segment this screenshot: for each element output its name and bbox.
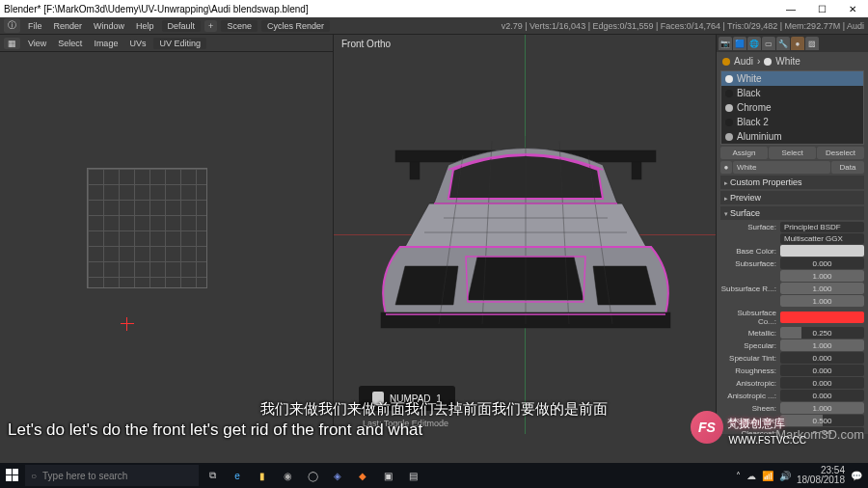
svg-line-8 xyxy=(482,141,492,324)
tray-volume-icon[interactable]: 🔊 xyxy=(779,471,791,481)
start-button[interactable] xyxy=(2,465,23,486)
material-slot[interactable]: Black xyxy=(721,86,863,100)
menu-render[interactable]: Render xyxy=(50,20,87,32)
taskbar-clock[interactable]: 23:54 18/08/2018 xyxy=(797,466,845,485)
taskbar-app-other1[interactable]: ▣ xyxy=(376,465,399,486)
color-swatch[interactable] xyxy=(780,312,864,323)
value-slider[interactable]: 0.000 xyxy=(780,365,864,376)
property-label: Roughness: xyxy=(720,366,778,375)
value-slider[interactable]: 1.000 xyxy=(780,402,864,414)
svg-rect-12 xyxy=(6,469,12,474)
taskbar-app-chrome[interactable]: ◯ xyxy=(301,465,324,486)
taskbar-app-explorer[interactable]: ▮ xyxy=(251,465,274,486)
material-list[interactable]: WhiteBlackChromeBlack 2Aluminium xyxy=(720,70,864,145)
tab-texture[interactable]: ▨ xyxy=(805,37,819,50)
taskbar-app-discord[interactable]: ◈ xyxy=(326,465,349,486)
material-slot[interactable]: Aluminium xyxy=(721,129,863,144)
fs-logo: FS xyxy=(691,411,723,444)
material-browse-icon[interactable]: ● xyxy=(720,161,732,174)
value-slider[interactable]: 1.000 xyxy=(780,339,864,351)
menu-window[interactable]: Window xyxy=(90,20,128,32)
uv-mode[interactable]: UV Editing xyxy=(153,38,206,49)
material-name-field[interactable]: White xyxy=(733,161,830,174)
3d-viewport[interactable]: Front Ortho xyxy=(334,35,716,434)
tray-network-icon[interactable]: 📶 xyxy=(762,471,773,481)
tab-material[interactable]: ● xyxy=(791,37,804,50)
taskbar-app-steam[interactable]: ◉ xyxy=(276,465,299,486)
property-row: Base Color: xyxy=(720,245,864,257)
layout-dropdown[interactable]: Default xyxy=(162,20,202,32)
tray-cloud-icon[interactable]: ☁ xyxy=(746,471,756,481)
value-slider[interactable]: 1.000 xyxy=(780,270,864,282)
close-button[interactable]: ✕ xyxy=(841,4,864,14)
data-link-toggle[interactable]: Data xyxy=(831,161,864,174)
assign-button[interactable]: Assign xyxy=(720,147,768,159)
material-preview-icon xyxy=(725,104,733,112)
taskbar-app-blender[interactable]: ◆ xyxy=(351,465,374,486)
uv-menu-image[interactable]: Image xyxy=(90,38,122,49)
select-button[interactable]: Select xyxy=(769,147,816,159)
uv-viewport[interactable] xyxy=(0,52,333,434)
tab-scene[interactable]: 🟦 xyxy=(733,37,746,50)
main-area: ▦ View Select Image UVs UV Editing Front… xyxy=(0,35,868,434)
task-view-icon[interactable]: ⧉ xyxy=(201,465,224,486)
uv-menu-select[interactable]: Select xyxy=(54,38,86,49)
panel-custom-properties[interactable]: Custom Properties xyxy=(720,176,864,189)
tab-modifier[interactable]: 🔧 xyxy=(776,37,790,50)
panel-surface[interactable]: Surface xyxy=(720,206,864,220)
uv-menu-uvs[interactable]: UVs xyxy=(125,38,149,49)
material-slot[interactable]: Chrome xyxy=(721,100,863,115)
value-slider[interactable]: 0.500 xyxy=(780,415,864,426)
color-swatch[interactable] xyxy=(780,245,864,257)
taskbar-app-edge[interactable]: e xyxy=(226,465,249,486)
maximize-button[interactable]: ☐ xyxy=(810,4,833,14)
taskbar-app-other2[interactable]: ▤ xyxy=(401,465,424,486)
notification-icon[interactable]: 💬 xyxy=(851,471,862,481)
property-label: Metallic: xyxy=(720,329,778,338)
tab-render[interactable]: 📷 xyxy=(719,37,732,50)
surface-shader-dropdown[interactable]: Principled BSDF xyxy=(780,222,864,232)
svg-rect-2 xyxy=(632,162,641,179)
system-tray[interactable]: ˄ ☁ 📶 🔊 23:54 18/08/2018 💬 xyxy=(736,466,866,485)
tray-up-icon[interactable]: ˄ xyxy=(736,471,741,481)
value-slider[interactable]: 0.000 xyxy=(780,258,864,269)
panel-preview[interactable]: Preview xyxy=(720,191,864,204)
taskbar-search[interactable]: ○ Type here to search xyxy=(25,465,199,486)
svg-line-11 xyxy=(588,155,612,324)
material-icon xyxy=(764,58,772,66)
window-titlebar: Blender* [F:\MarkOm3d\Udemy\UV-Unwrappin… xyxy=(0,0,868,17)
tab-world[interactable]: 🌐 xyxy=(747,37,761,50)
material-slot[interactable]: White xyxy=(721,71,863,86)
value-slider[interactable]: 1.000 xyxy=(780,283,864,294)
uv-editor-header: ▦ View Select Image UVs UV Editing xyxy=(0,35,333,52)
material-slot[interactable]: Black 2 xyxy=(721,115,863,129)
minimize-button[interactable]: — xyxy=(779,4,802,14)
property-row: Subsurface R...:1.0001.0001.000 xyxy=(720,270,864,308)
render-engine-dropdown[interactable]: Cycles Render xyxy=(261,20,330,32)
subtitle-chinese: 我们来做我们来做前面我们去掉前面我们要做的是前面 xyxy=(260,400,608,419)
svg-rect-15 xyxy=(13,475,18,481)
value-slider[interactable]: 0.000 xyxy=(780,390,864,401)
material-preview-icon xyxy=(725,75,733,83)
property-row: Roughness:0.000 xyxy=(720,365,864,376)
tab-object[interactable]: ▭ xyxy=(762,37,775,50)
editor-type-icon[interactable]: ⓘ xyxy=(4,18,20,33)
value-slider[interactable]: 0.000 xyxy=(780,377,864,389)
distribution-dropdown[interactable]: Multiscatter GGX xyxy=(780,233,864,244)
material-ops-row: Assign Select Deselect xyxy=(720,147,864,159)
value-slider[interactable]: 0.250 xyxy=(780,327,864,339)
svg-line-9 xyxy=(559,141,569,324)
uv-editor-type-icon[interactable]: ▦ xyxy=(4,38,20,49)
windows-taskbar: ○ Type here to search ⧉ e ▮ ◉ ◯ ◈ ◆ ▣ ▤ … xyxy=(0,463,868,488)
scene-dropdown[interactable]: Scene xyxy=(221,20,258,32)
uv-menu-view[interactable]: View xyxy=(24,38,50,49)
view-label: Front Ortho xyxy=(341,39,391,49)
menu-help[interactable]: Help xyxy=(132,20,158,32)
menu-file[interactable]: File xyxy=(24,20,46,32)
property-label: Specular Tint: xyxy=(720,354,778,363)
property-row: Specular:1.000 xyxy=(720,339,864,351)
value-slider[interactable]: 1.000 xyxy=(780,295,864,307)
value-slider[interactable]: 0.000 xyxy=(780,352,864,364)
deselect-button[interactable]: Deselect xyxy=(817,147,864,159)
scene-stats: v2.79 | Verts:1/16,043 | Edges:0/31,559 … xyxy=(502,21,864,31)
